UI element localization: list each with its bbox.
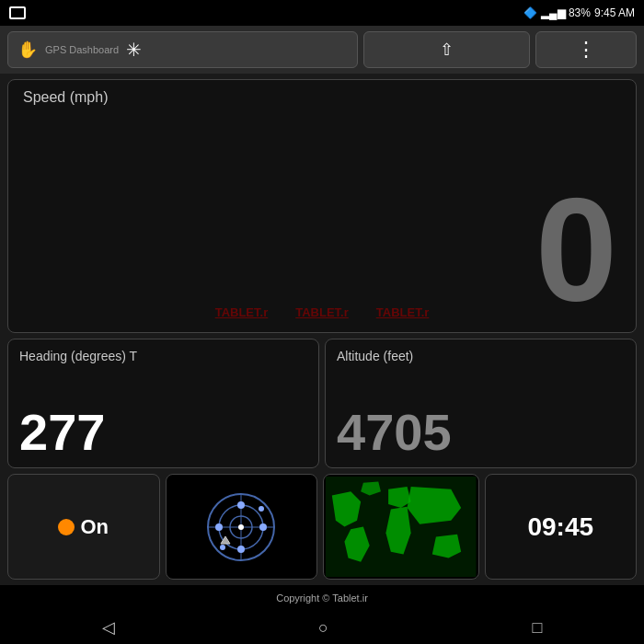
clock-display: 09:45 [527,512,593,542]
heading-label: Heading (degrees) T [19,349,307,363]
altitude-panel: Altitude (feet) 4705 [325,339,637,468]
altitude-label: Altitude (feet) [337,349,625,363]
nav-bar: ✋ GPS Dashboard ✳ ⇧ ⋮ [0,26,644,74]
widget-row: On [7,474,637,580]
hand-icon: ✋ [17,40,38,60]
gps-on-label: On [80,515,109,539]
watermark-2: TABLET.r [295,305,349,319]
signal-strength: ▂▄▆ 83% [541,6,591,19]
speed-label: Speed (mph) [23,89,109,105]
svg-point-7 [215,523,223,531]
status-left [9,6,26,19]
watermark-1: TABLET.r [215,305,269,319]
gps-dot [58,519,75,535]
altitude-value: 4705 [337,407,625,458]
tab-url: GPS Dashboard [45,44,119,55]
more-tab[interactable]: ⋮ [535,31,637,68]
map-widget[interactable] [323,474,479,580]
time-display: 9:45 AM [594,6,635,19]
speed-panel: Speed (mph) 0 TABLET.r TABLET.r TABLET.r [7,79,637,333]
recent-button[interactable]: □ [532,618,542,638]
svg-point-5 [237,501,245,509]
heading-panel: Heading (degrees) T 277 [7,339,319,468]
speed-value: 0 [535,176,617,323]
screen-icon [9,6,26,19]
svg-point-8 [259,523,267,531]
bluetooth-icon: 🔷 [523,6,537,19]
more-icon: ⋮ [576,40,597,60]
satellite-widget[interactable] [166,474,318,580]
main-tab[interactable]: ✋ GPS Dashboard ✳ [7,31,358,68]
time-widget[interactable]: 09:45 [485,474,638,580]
main-content: Speed (mph) 0 TABLET.r TABLET.r TABLET.r… [0,74,644,585]
svg-point-6 [237,546,245,553]
home-button[interactable]: ○ [318,618,328,638]
nav-buttons: ◁ ○ □ [0,611,644,644]
watermark-row: TABLET.r TABLET.r TABLET.r [8,305,636,319]
svg-point-9 [259,506,264,512]
heading-value: 277 [19,407,307,458]
copyright-text: Copyright © Tablet.ir [276,592,368,604]
share-tab[interactable]: ⇧ [363,31,530,68]
gps-status-widget[interactable]: On [7,474,160,580]
status-right: 🔷 ▂▄▆ 83% 9:45 AM [523,6,635,19]
world-map-svg [326,477,477,577]
share-icon: ⇧ [440,40,454,60]
status-bar: 🔷 ▂▄▆ 83% 9:45 AM [0,0,644,26]
svg-point-12 [238,524,244,530]
satellite-svg [204,490,278,564]
back-button[interactable]: ◁ [102,617,115,638]
footer: Copyright © Tablet.ir [0,585,644,611]
watermark-3: TABLET.r [376,305,430,319]
star-icon: ✳ [126,39,142,61]
svg-point-10 [220,545,225,550]
stats-row: Heading (degrees) T 277 Altitude (feet) … [7,339,637,468]
